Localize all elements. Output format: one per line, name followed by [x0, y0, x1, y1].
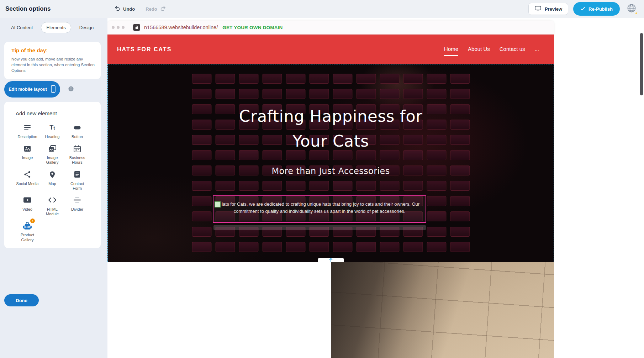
nav-more[interactable]: ...: [534, 46, 539, 53]
add-element-video[interactable]: Video: [15, 195, 40, 216]
hero-tile: [239, 89, 258, 99]
hero-tile: [286, 74, 305, 84]
tab-ai-content[interactable]: AI Content: [6, 22, 38, 33]
hero-tile: [333, 74, 352, 84]
hero-tile: [427, 211, 446, 221]
heading-icon: Tt: [49, 123, 55, 132]
hero-tile: [427, 227, 446, 237]
add-element-business-hours[interactable]: Business Hours: [65, 144, 90, 165]
social-media-icon: [23, 170, 32, 179]
undo-label: Undo: [123, 6, 135, 12]
republish-button[interactable]: Re-Publish: [573, 2, 620, 16]
preview-label: Preview: [545, 6, 562, 12]
notification-dot: [635, 12, 638, 15]
hero-tile: [333, 242, 352, 252]
hero-tile: [403, 242, 423, 252]
hero-tile: [356, 74, 376, 84]
nav-contact-us[interactable]: Contact us: [500, 46, 525, 53]
phone-icon: [51, 85, 56, 94]
hero-tile: [356, 89, 376, 99]
video-icon: [23, 195, 32, 205]
hero-tile: [215, 242, 235, 252]
add-element-social-media[interactable]: Social Media: [15, 170, 40, 191]
republish-label: Re-Publish: [588, 6, 613, 12]
product-gallery-icon: SHOP ↑: [23, 221, 32, 231]
element-label: Product Gallery: [16, 233, 39, 242]
tab-elements[interactable]: Elements: [41, 22, 71, 33]
hero-tile: [380, 181, 399, 191]
redo-button[interactable]: Redo: [146, 5, 166, 12]
pavement-photo: [331, 262, 554, 358]
hero-section[interactable]: Crafting Happiness for Your Cats More th…: [107, 64, 554, 262]
add-element-title: Add new element: [4, 110, 101, 116]
add-element-product-gallery[interactable]: SHOP ↑ Product Gallery: [15, 221, 40, 242]
site-logo[interactable]: HATS FOR CATS: [117, 46, 171, 53]
tab-design[interactable]: Design: [74, 22, 99, 33]
element-label: Image: [16, 156, 39, 160]
preview-button[interactable]: Preview: [528, 3, 568, 15]
dotted-line: [334, 262, 342, 263]
language-button[interactable]: [625, 2, 638, 16]
browser-chrome: n1566589.websitebuilder.online/ GET YOUR…: [107, 21, 554, 35]
site-header: HATS FOR CATS Home About Us Contact us .…: [107, 35, 554, 64]
add-element-button[interactable]: Button: [65, 123, 90, 139]
hero-tile: [309, 74, 329, 84]
scrollbar-thumb[interactable]: [640, 33, 643, 95]
edit-mobile-layout-button[interactable]: Edit mobile layout: [4, 81, 60, 98]
nav-about-us[interactable]: About Us: [468, 46, 490, 53]
undo-button[interactable]: Undo: [115, 5, 135, 12]
hero-tile: [192, 227, 211, 237]
check-icon: [580, 6, 585, 12]
contact-form-icon: [73, 170, 81, 179]
next-section-blank: [107, 262, 331, 358]
hero-tile: [192, 242, 211, 252]
hero-tile: [403, 74, 423, 84]
element-label: Contact Form: [66, 181, 89, 191]
add-element-map[interactable]: Map: [40, 170, 65, 191]
hero-subheading[interactable]: More than Just Accessories: [107, 166, 554, 176]
add-element-image-gallery[interactable]: Image Gallery: [40, 144, 65, 165]
window-dot: [112, 26, 115, 29]
add-element-contact-form[interactable]: Contact Form: [65, 170, 90, 191]
hero-tile: [309, 181, 329, 191]
add-element-grid: Description Tt Heading Button Image Imag…: [4, 116, 101, 242]
element-label: Button: [66, 135, 89, 139]
dotted-line: [320, 262, 328, 263]
divider-icon: [73, 195, 81, 205]
element-label: HTML Module: [41, 207, 64, 216]
info-icon[interactable]: [68, 86, 74, 93]
hero-tile: [427, 89, 446, 99]
hero-tile: [262, 242, 282, 252]
get-domain-link[interactable]: GET YOUR OWN DOMAIN: [222, 25, 283, 30]
editor-canvas: n1566589.websitebuilder.online/ GET YOUR…: [107, 18, 644, 358]
hero-tile: [309, 242, 329, 252]
add-element-divider[interactable]: Divider: [65, 195, 90, 216]
element-resize-handle[interactable]: [215, 201, 221, 207]
done-button[interactable]: Done: [4, 294, 39, 306]
add-element-description[interactable]: Description: [15, 123, 40, 139]
hero-tile: [192, 74, 211, 84]
hero-tile: [309, 89, 329, 99]
hero-tile: [215, 89, 235, 99]
section-resize-handle[interactable]: [318, 258, 344, 262]
add-element-html-module[interactable]: HTML Module: [40, 195, 65, 216]
hero-tile: [450, 181, 470, 191]
add-element-heading[interactable]: Tt Heading: [40, 123, 65, 139]
hero-tile: [450, 242, 470, 252]
button-icon: [73, 123, 81, 132]
tip-title: Tip of the day:: [11, 47, 95, 53]
hero-tile: [450, 74, 470, 84]
image-gallery-icon: [48, 144, 57, 153]
hero-paragraph: Hats for Cats, we are dedicated to craft…: [213, 196, 426, 215]
nav-home[interactable]: Home: [444, 46, 458, 53]
hero-tile: [239, 74, 258, 84]
add-element-image[interactable]: Image: [15, 144, 40, 165]
hero-tile: [215, 181, 235, 191]
hero-heading[interactable]: Crafting Happiness for Your Cats: [107, 104, 554, 154]
window-dot: [117, 26, 120, 29]
window-dot: [122, 26, 125, 29]
selected-text-element[interactable]: Hats for Cats, we are dedicated to craft…: [213, 195, 426, 223]
hero-tile: [380, 74, 399, 84]
element-label: Heading: [41, 135, 64, 139]
element-label: Map: [41, 181, 64, 186]
